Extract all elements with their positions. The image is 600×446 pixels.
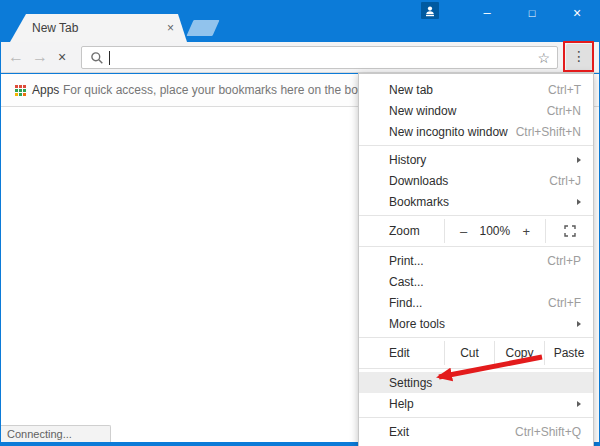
apps-grid-cell	[19, 89, 22, 92]
edit-label: Edit	[359, 341, 444, 365]
apps-grid-cell	[23, 85, 26, 88]
menu-item-label: Exit	[389, 425, 515, 439]
menu-item-label: Bookmarks	[389, 195, 577, 209]
menu-item-label: Downloads	[389, 174, 549, 188]
browser-window: New Tab × – □ × ← → × ☆ ⋮	[0, 0, 600, 446]
status-bubble: Connecting...	[1, 425, 111, 442]
profile-avatar-button[interactable]	[421, 2, 439, 19]
menu-item-settings[interactable]: Settings	[359, 372, 593, 393]
menu-item-label: New window	[389, 104, 547, 118]
menu-item-help[interactable]: Help	[359, 393, 593, 414]
menu-separator	[359, 337, 593, 338]
cut-button[interactable]: Cut	[444, 341, 494, 365]
tab-title: New Tab	[32, 14, 78, 42]
apps-grid-cell	[19, 93, 22, 96]
menu-item-shortcut: Ctrl+P	[547, 254, 581, 268]
tab-new-tab[interactable]: New Tab ×	[10, 14, 187, 42]
back-button[interactable]: ←	[8, 42, 24, 73]
menu-separator	[359, 215, 593, 216]
menu-item-shortcut: Ctrl+N	[547, 104, 581, 118]
omnibox-address-bar[interactable]: ☆	[81, 46, 558, 69]
menu-separator	[359, 246, 593, 247]
menu-item-shortcut: Ctrl+F	[548, 296, 581, 310]
menu-item-label: New incognito window	[389, 125, 516, 139]
browser-dropdown-menu: New tab Ctrl+T New window Ctrl+N New inc…	[358, 73, 594, 446]
submenu-arrow-icon	[577, 199, 581, 205]
menu-item-label: New tab	[389, 83, 548, 97]
zoom-label: Zoom	[359, 219, 444, 243]
menu-item-label: History	[389, 153, 577, 167]
apps-grid-cell	[15, 85, 18, 88]
menu-item-zoom: Zoom – 100% +	[359, 219, 593, 243]
submenu-arrow-icon	[577, 157, 581, 163]
menu-item-new-window[interactable]: New window Ctrl+N	[359, 100, 593, 121]
apps-grid-cell	[19, 85, 22, 88]
menu-item-label: Find...	[389, 296, 548, 310]
bookmarks-hint-text: For quick access, place your bookmarks h…	[63, 74, 397, 106]
menu-separator	[359, 417, 593, 418]
menu-item-label: Settings	[389, 376, 581, 390]
submenu-arrow-icon	[577, 321, 581, 327]
window-maximize-button[interactable]: □	[512, 0, 552, 27]
apps-grid-cell	[23, 89, 26, 92]
fullscreen-button[interactable]	[546, 219, 593, 243]
copy-button[interactable]: Copy	[494, 341, 544, 365]
apps-shortcut[interactable]: Apps	[32, 74, 59, 106]
zoom-in-button[interactable]: +	[522, 224, 530, 239]
menu-item-more-tools[interactable]: More tools	[359, 313, 593, 334]
menu-item-find[interactable]: Find... Ctrl+F	[359, 292, 593, 313]
menu-item-shortcut: Ctrl+Shift+Q	[515, 425, 581, 439]
apps-grid-cell	[15, 93, 18, 96]
menu-item-label: Cast...	[389, 275, 581, 289]
menu-item-label: Print...	[389, 254, 547, 268]
bookmark-star-icon[interactable]: ☆	[537, 47, 550, 69]
menu-item-new-tab[interactable]: New tab Ctrl+T	[359, 79, 593, 100]
text-cursor	[109, 51, 110, 65]
menu-item-print[interactable]: Print... Ctrl+P	[359, 250, 593, 271]
apps-grid-icon	[15, 85, 26, 96]
annotation-highlight-box	[563, 41, 594, 72]
zoom-out-button[interactable]: –	[460, 224, 467, 239]
menu-item-bookmarks[interactable]: Bookmarks	[359, 191, 593, 212]
menu-item-exit[interactable]: Exit Ctrl+Shift+Q	[359, 421, 593, 442]
menu-separator	[359, 145, 593, 146]
menu-item-history[interactable]: History	[359, 149, 593, 170]
search-icon	[90, 51, 104, 65]
forward-button[interactable]: →	[32, 42, 48, 73]
apps-grid-cell	[23, 93, 26, 96]
menu-item-downloads[interactable]: Downloads Ctrl+J	[359, 170, 593, 191]
submenu-arrow-icon	[577, 401, 581, 407]
menu-item-new-incognito-window[interactable]: New incognito window Ctrl+Shift+N	[359, 121, 593, 142]
menu-item-shortcut: Ctrl+Shift+N	[516, 125, 581, 139]
paste-button[interactable]: Paste	[544, 341, 593, 365]
menu-item-shortcut: Ctrl+J	[549, 174, 581, 188]
menu-item-label: Help	[389, 397, 577, 411]
menu-item-edit: Edit Cut Copy Paste	[359, 341, 593, 365]
stop-button[interactable]: ×	[58, 42, 66, 73]
apps-grid-cell	[15, 89, 18, 92]
zoom-controls: – 100% +	[444, 219, 546, 243]
zoom-level-value: 100%	[479, 224, 510, 238]
tab-close-icon[interactable]: ×	[167, 14, 174, 42]
menu-separator	[359, 368, 593, 369]
person-icon	[424, 5, 436, 17]
menu-item-label: More tools	[389, 317, 577, 331]
menu-item-cast[interactable]: Cast...	[359, 271, 593, 292]
new-tab-button[interactable]	[186, 20, 219, 36]
window-close-button[interactable]: ×	[557, 0, 597, 27]
fullscreen-icon	[564, 225, 576, 237]
window-minimize-button[interactable]: –	[467, 0, 507, 27]
menu-item-shortcut: Ctrl+T	[548, 83, 581, 97]
